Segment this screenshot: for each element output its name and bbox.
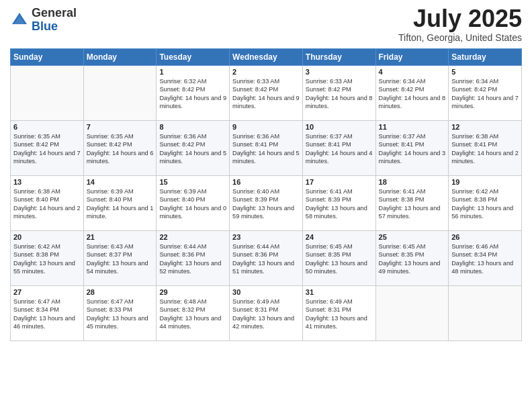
day-number: 23	[232, 233, 300, 241]
logo-blue: Blue	[32, 19, 58, 33]
day-info: Sunrise: 6:39 AM Sunset: 8:40 PM Dayligh…	[159, 187, 226, 221]
weekday-header-sunday: Sunday	[11, 49, 84, 66]
day-info: Sunrise: 6:39 AM Sunset: 8:40 PM Dayligh…	[87, 187, 154, 221]
calendar-cell: 27Sunrise: 6:47 AM Sunset: 8:34 PM Dayli…	[11, 286, 84, 341]
day-info: Sunrise: 6:35 AM Sunset: 8:42 PM Dayligh…	[87, 132, 154, 166]
day-info: Sunrise: 6:44 AM Sunset: 8:36 PM Dayligh…	[159, 242, 226, 276]
day-number: 11	[379, 123, 446, 131]
day-number: 2	[232, 68, 300, 76]
weekday-header-monday: Monday	[83, 49, 157, 66]
day-info: Sunrise: 6:36 AM Sunset: 8:42 PM Dayligh…	[159, 132, 226, 166]
day-number: 20	[13, 233, 81, 241]
day-number: 26	[451, 233, 519, 241]
calendar-cell: 20Sunrise: 6:42 AM Sunset: 8:38 PM Dayli…	[11, 231, 84, 286]
day-info: Sunrise: 6:42 AM Sunset: 8:38 PM Dayligh…	[13, 242, 81, 276]
day-info: Sunrise: 6:47 AM Sunset: 8:33 PM Dayligh…	[87, 298, 154, 331]
day-number: 19	[451, 178, 519, 186]
day-info: Sunrise: 6:34 AM Sunset: 8:42 PM Dayligh…	[379, 77, 446, 111]
week-row-0: 1Sunrise: 6:32 AM Sunset: 8:42 PM Daylig…	[11, 66, 522, 121]
day-info: Sunrise: 6:49 AM Sunset: 8:31 PM Dayligh…	[306, 298, 373, 331]
logo: General Blue	[10, 7, 77, 34]
calendar-cell: 15Sunrise: 6:39 AM Sunset: 8:40 PM Dayli…	[157, 176, 230, 231]
calendar-cell: 25Sunrise: 6:45 AM Sunset: 8:35 PM Dayli…	[375, 231, 449, 286]
day-info: Sunrise: 6:49 AM Sunset: 8:31 PM Dayligh…	[232, 298, 300, 331]
calendar-cell: 14Sunrise: 6:39 AM Sunset: 8:40 PM Dayli…	[83, 176, 157, 231]
day-number: 30	[232, 288, 300, 296]
day-number: 15	[159, 178, 226, 186]
day-number: 29	[159, 288, 226, 296]
calendar-cell: 9Sunrise: 6:36 AM Sunset: 8:41 PM Daylig…	[230, 121, 303, 176]
calendar-cell	[11, 66, 84, 121]
day-info: Sunrise: 6:45 AM Sunset: 8:35 PM Dayligh…	[306, 242, 373, 276]
calendar-cell: 19Sunrise: 6:42 AM Sunset: 8:38 PM Dayli…	[449, 176, 522, 231]
calendar-cell: 12Sunrise: 6:38 AM Sunset: 8:41 PM Dayli…	[449, 121, 522, 176]
day-info: Sunrise: 6:46 AM Sunset: 8:34 PM Dayligh…	[451, 242, 519, 276]
calendar-cell: 10Sunrise: 6:37 AM Sunset: 8:41 PM Dayli…	[302, 121, 375, 176]
day-number: 5	[451, 68, 519, 76]
day-info: Sunrise: 6:38 AM Sunset: 8:40 PM Dayligh…	[13, 187, 81, 221]
page: General Blue July 2025 Tifton, Georgia, …	[0, 0, 532, 411]
weekday-header-saturday: Saturday	[449, 49, 522, 66]
header: General Blue July 2025 Tifton, Georgia, …	[10, 7, 522, 43]
day-info: Sunrise: 6:36 AM Sunset: 8:41 PM Dayligh…	[232, 132, 300, 166]
day-info: Sunrise: 6:47 AM Sunset: 8:34 PM Dayligh…	[13, 298, 81, 331]
day-number: 9	[232, 123, 300, 131]
calendar-cell: 22Sunrise: 6:44 AM Sunset: 8:36 PM Dayli…	[157, 231, 230, 286]
day-number: 25	[379, 233, 446, 241]
day-info: Sunrise: 6:43 AM Sunset: 8:37 PM Dayligh…	[87, 242, 154, 276]
day-info: Sunrise: 6:41 AM Sunset: 8:39 PM Dayligh…	[306, 187, 373, 221]
day-number: 6	[13, 123, 81, 131]
calendar-cell: 16Sunrise: 6:40 AM Sunset: 8:39 PM Dayli…	[230, 176, 303, 231]
day-number: 28	[87, 288, 154, 296]
day-info: Sunrise: 6:44 AM Sunset: 8:36 PM Dayligh…	[232, 242, 300, 276]
calendar-cell: 21Sunrise: 6:43 AM Sunset: 8:37 PM Dayli…	[83, 231, 157, 286]
calendar-cell: 11Sunrise: 6:37 AM Sunset: 8:41 PM Dayli…	[375, 121, 449, 176]
calendar-cell: 6Sunrise: 6:35 AM Sunset: 8:42 PM Daylig…	[11, 121, 84, 176]
calendar-cell: 3Sunrise: 6:33 AM Sunset: 8:42 PM Daylig…	[302, 66, 375, 121]
weekday-header-friday: Friday	[375, 49, 449, 66]
calendar-cell: 2Sunrise: 6:33 AM Sunset: 8:42 PM Daylig…	[230, 66, 303, 121]
calendar-cell: 24Sunrise: 6:45 AM Sunset: 8:35 PM Dayli…	[302, 231, 375, 286]
day-number: 18	[379, 178, 446, 186]
day-info: Sunrise: 6:35 AM Sunset: 8:42 PM Dayligh…	[13, 132, 81, 166]
month-title: July 2025	[398, 7, 522, 31]
day-number: 1	[159, 68, 226, 76]
weekday-header-wednesday: Wednesday	[230, 49, 303, 66]
day-info: Sunrise: 6:37 AM Sunset: 8:41 PM Dayligh…	[379, 132, 446, 166]
calendar-cell: 5Sunrise: 6:34 AM Sunset: 8:42 PM Daylig…	[449, 66, 522, 121]
day-info: Sunrise: 6:33 AM Sunset: 8:42 PM Dayligh…	[306, 77, 373, 111]
day-info: Sunrise: 6:42 AM Sunset: 8:38 PM Dayligh…	[451, 187, 519, 221]
day-number: 22	[159, 233, 226, 241]
day-number: 14	[87, 178, 154, 186]
day-info: Sunrise: 6:45 AM Sunset: 8:35 PM Dayligh…	[379, 242, 446, 276]
day-number: 8	[159, 123, 226, 131]
day-info: Sunrise: 6:32 AM Sunset: 8:42 PM Dayligh…	[159, 77, 226, 111]
day-number: 12	[451, 123, 519, 131]
day-number: 4	[379, 68, 446, 76]
calendar-cell: 1Sunrise: 6:32 AM Sunset: 8:42 PM Daylig…	[157, 66, 230, 121]
week-row-2: 13Sunrise: 6:38 AM Sunset: 8:40 PM Dayli…	[11, 176, 522, 231]
calendar-cell	[375, 286, 449, 341]
day-number: 3	[306, 68, 373, 76]
day-info: Sunrise: 6:40 AM Sunset: 8:39 PM Dayligh…	[232, 187, 300, 221]
day-info: Sunrise: 6:48 AM Sunset: 8:32 PM Dayligh…	[159, 298, 226, 331]
weekday-header-thursday: Thursday	[302, 49, 375, 66]
day-number: 21	[87, 233, 154, 241]
day-number: 17	[306, 178, 373, 186]
calendar-cell: 17Sunrise: 6:41 AM Sunset: 8:39 PM Dayli…	[302, 176, 375, 231]
calendar-cell: 8Sunrise: 6:36 AM Sunset: 8:42 PM Daylig…	[157, 121, 230, 176]
calendar-cell: 23Sunrise: 6:44 AM Sunset: 8:36 PM Dayli…	[230, 231, 303, 286]
day-number: 27	[13, 288, 81, 296]
calendar-cell: 13Sunrise: 6:38 AM Sunset: 8:40 PM Dayli…	[11, 176, 84, 231]
weekday-header-tuesday: Tuesday	[157, 49, 230, 66]
day-number: 16	[232, 178, 300, 186]
calendar-cell	[83, 66, 157, 121]
calendar-cell	[449, 286, 522, 341]
day-info: Sunrise: 6:33 AM Sunset: 8:42 PM Dayligh…	[232, 77, 300, 111]
logo-text: General Blue	[32, 7, 77, 34]
day-number: 7	[87, 123, 154, 131]
calendar-cell: 18Sunrise: 6:41 AM Sunset: 8:38 PM Dayli…	[375, 176, 449, 231]
day-number: 24	[306, 233, 373, 241]
calendar-cell: 4Sunrise: 6:34 AM Sunset: 8:42 PM Daylig…	[375, 66, 449, 121]
calendar-cell: 31Sunrise: 6:49 AM Sunset: 8:31 PM Dayli…	[302, 286, 375, 341]
